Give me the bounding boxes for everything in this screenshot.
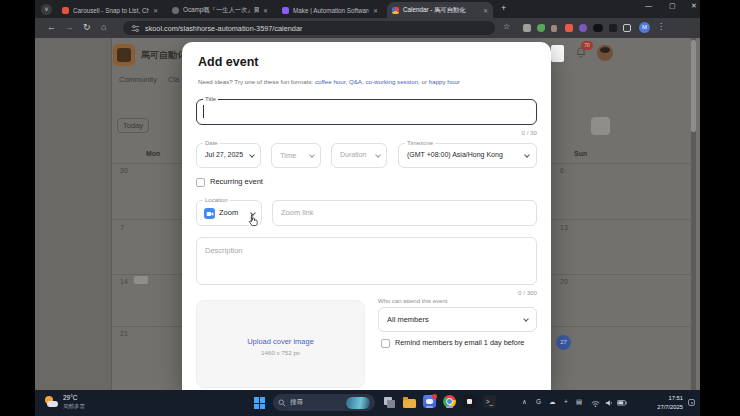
recurring-checkbox[interactable] — [196, 178, 205, 187]
weather-icon[interactable] — [43, 395, 59, 410]
notification-center-icon[interactable] — [688, 399, 695, 406]
maximize-button[interactable]: ▢ — [669, 2, 676, 10]
carousell-favicon — [62, 7, 69, 14]
tab-carousell[interactable]: Carousell - Snap to List, Cha ✕ — [57, 2, 163, 18]
start-button[interactable] — [254, 397, 266, 409]
duration-select[interactable]: Duration — [331, 143, 387, 168]
chat-icon — [551, 45, 564, 62]
search-placeholder: 搜尋 — [290, 398, 342, 407]
url-text: skool.com/slashhorse-automation-3597/cal… — [145, 24, 302, 33]
side-panel-icon[interactable] — [623, 24, 631, 32]
tune-icon[interactable] — [131, 24, 140, 33]
description-textarea[interactable]: Description — [196, 237, 537, 285]
ocamp-favicon — [172, 7, 179, 14]
browser-toolbar: ← → ↻ ⌂ skool.com/slashhorse-automation-… — [35, 18, 700, 38]
obs-icon[interactable] — [463, 395, 477, 409]
modal-title: Add event — [198, 55, 258, 69]
new-tab-button[interactable]: + — [501, 3, 506, 13]
tab-close-icon[interactable]: ✕ — [263, 7, 268, 14]
onedrive-cloud-icon[interactable]: ☁ — [549, 398, 556, 406]
url-bar[interactable]: skool.com/slashhorse-automation-3597/cal… — [123, 21, 495, 35]
extension-icon[interactable] — [565, 24, 573, 32]
chrome-icon[interactable] — [443, 395, 457, 409]
title-input[interactable]: Title — [196, 99, 537, 125]
forward-icon[interactable]: → — [65, 22, 74, 33]
attend-select[interactable]: All members — [378, 307, 537, 332]
extension-icon[interactable] — [593, 24, 603, 32]
duration-placeholder: Duration — [340, 151, 366, 158]
extension-icon[interactable] — [523, 24, 531, 32]
taskbar-weather-text[interactable]: 局部多雲 — [63, 403, 85, 410]
tray-date: 27/7/2025 — [635, 403, 683, 412]
tray-expand-icon[interactable]: ∧ — [522, 398, 527, 406]
time-select[interactable]: Time — [271, 143, 321, 168]
extension-icon[interactable] — [579, 24, 587, 32]
reload-icon[interactable]: ↻ — [83, 22, 91, 33]
tab-search-button[interactable]: ∨ — [41, 4, 52, 15]
remind-checkbox[interactable] — [381, 339, 390, 348]
close-button[interactable]: ✕ — [691, 2, 697, 10]
extension-icon[interactable] — [609, 24, 617, 32]
bookmark-star-icon[interactable]: ☆ — [503, 22, 510, 31]
home-icon[interactable]: ⌂ — [101, 22, 106, 33]
tab-make[interactable]: Make | Automation Software ✕ — [277, 2, 383, 18]
battery-icon[interactable] — [617, 400, 627, 406]
location-label: Location — [203, 197, 230, 204]
date-value: Jul 27, 2025 — [205, 151, 243, 158]
extension-icon[interactable] — [537, 24, 545, 32]
notification-dot — [432, 394, 437, 399]
day-cell: 30 — [120, 167, 128, 174]
extension-icon[interactable] — [551, 25, 557, 32]
upload-cover-button[interactable]: Upload cover image 1460 x 752 px — [196, 300, 365, 388]
clock[interactable]: 17:51 27/7/2025 — [635, 394, 683, 411]
upload-cta[interactable]: Upload cover image — [197, 337, 364, 346]
scrollbar-thumb[interactable] — [691, 40, 696, 132]
chevron-down-icon — [249, 152, 255, 158]
page-scrollbar[interactable] — [691, 38, 696, 390]
tab-title: Calendar - 馬可自動化 — [403, 6, 479, 15]
link-co-working[interactable]: co-working session — [365, 78, 418, 85]
profile-avatar[interactable]: M — [639, 22, 650, 33]
tab-ocamp[interactable]: Ocamp嘅『一生人一次』聚會 ✕ — [167, 2, 273, 18]
timezone-select[interactable]: Timezone (GMT +08:00) Asia/Hong Kong — [398, 143, 537, 168]
menu-kebab-icon[interactable]: ⋮ — [657, 22, 665, 31]
date-select[interactable]: Date Jul 27, 2025 — [196, 143, 261, 168]
terminal-icon[interactable]: >_ — [483, 395, 497, 409]
tab-calendar-active[interactable]: Calendar - 馬可自動化 ✕ — [387, 2, 493, 18]
taskbar-temperature[interactable]: 29°C — [63, 394, 78, 401]
taskbar-search[interactable]: 搜尋 — [273, 394, 375, 411]
skool-calendar-page: 馬可自動化 Community Cla 70 Today Mon Sun 30 … — [35, 38, 700, 390]
today-cell: 27 — [556, 335, 571, 350]
task-view-icon[interactable] — [383, 395, 397, 409]
tray-plus-icon[interactable]: + — [564, 398, 568, 405]
tray-g-icon[interactable]: G — [536, 398, 541, 405]
screen: ∨ Carousell - Snap to List, Cha ✕ Ocamp嘅… — [0, 0, 740, 416]
tab-title: Carousell - Snap to List, Cha — [73, 7, 149, 14]
zoom-icon — [204, 208, 215, 219]
link-coffee-hour[interactable]: coffee hour — [315, 78, 346, 85]
speaker-icon[interactable] — [605, 399, 613, 407]
tab-bar: ∨ Carousell - Snap to List, Cha ✕ Ocamp嘅… — [35, 0, 700, 18]
add-event-modal: Add event Need ideas? Try one of these f… — [182, 42, 551, 390]
zoom-link-input[interactable]: Zoom link — [272, 200, 537, 226]
tab-close-icon[interactable]: ✕ — [483, 7, 488, 14]
tab-close-icon[interactable]: ✕ — [153, 7, 158, 14]
wifi-icon[interactable] — [591, 400, 600, 408]
community-name: 馬可自動化 — [141, 49, 186, 62]
tab-close-icon[interactable]: ✕ — [373, 7, 378, 14]
minimize-button[interactable]: — — [645, 2, 652, 9]
file-explorer-icon[interactable] — [403, 395, 417, 409]
link-happy-hour[interactable]: happy hour — [429, 78, 460, 85]
link-qa[interactable]: Q&A — [349, 78, 362, 85]
event-chip — [134, 276, 148, 284]
back-icon[interactable]: ← — [47, 22, 56, 33]
tray-grid-icon[interactable]: ▤ — [576, 398, 582, 406]
messaging-app-icon[interactable] — [423, 395, 437, 409]
tray-time: 17:51 — [635, 394, 683, 403]
tab-title: Ocamp嘅『一生人一次』聚會 — [183, 6, 259, 15]
date-label: Date — [203, 140, 220, 147]
attend-value: All members — [387, 315, 429, 324]
weekday-sun: Sun — [574, 150, 587, 157]
description-placeholder: Description — [205, 246, 243, 255]
upload-hint: 1460 x 752 px — [197, 349, 364, 356]
